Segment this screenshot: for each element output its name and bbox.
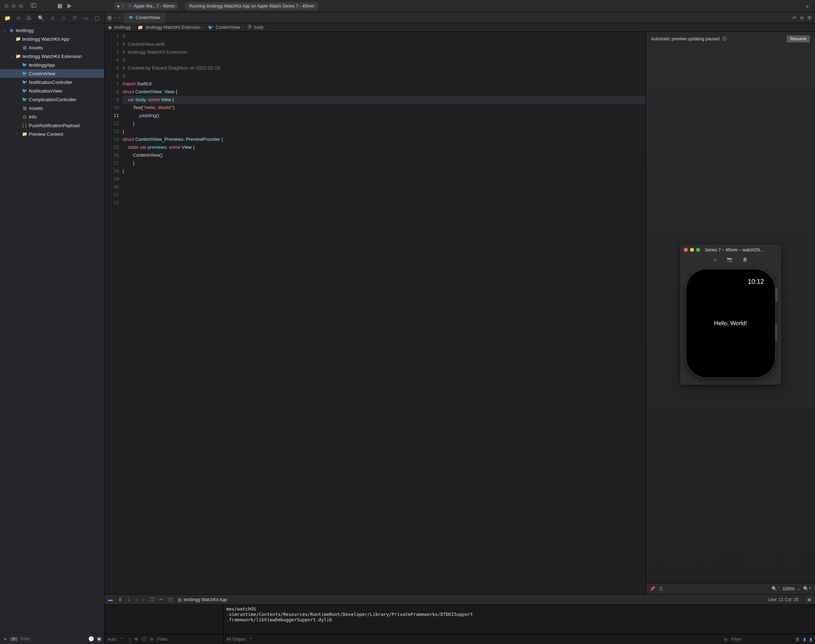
sim-close-icon[interactable] [684,248,688,252]
zoom-window-icon[interactable] [19,4,23,8]
breadcrumb-item[interactable]: ContentView [216,25,240,30]
zoom-level[interactable]: 100% [783,586,795,592]
debug-bar: ▬ ⏸ ⤵ ↓ ↑ ❒ ✂ ◫ ▦ testtingg WatchKit App… [104,594,815,604]
code-review-icon[interactable]: ⇄ [792,15,796,20]
tree-row-contentview[interactable]: 🐦ContentView [0,69,104,78]
run-controls [58,4,72,9]
breadcrumb-item[interactable]: testtingg WatchKit Extension [146,25,200,30]
step-over-icon[interactable]: ⤵ [127,597,130,602]
tab-bar: ▦ ‹ › 🐦 ContentView ⇄ ≣ ⊞ [104,12,815,23]
sim-zoom-icon[interactable] [696,248,700,252]
debug-navigator-tab[interactable]: ⏱ [71,14,78,21]
tree-row-complicationcontroller[interactable]: 🐦ComplicationController [0,95,104,104]
tree-row-pushnotificationpayload[interactable]: { }PushNotificationPayload [0,121,104,130]
source-editor[interactable]: 12345678910111213141516171819202122 ////… [104,32,646,594]
breadcrumb[interactable]: ◉testtingg〉📁testtingg WatchKit Extension… [104,23,815,32]
preview-settings-icon[interactable]: ☰ [659,586,663,592]
breakpoint-navigator-tab[interactable]: ▭ [82,14,90,21]
watch-content-text: Hello, World! [686,270,775,377]
nav-forward-icon[interactable]: › [119,15,120,20]
info-icon[interactable]: ⓘ [142,636,146,642]
preview-banner: Automatic preview updating paused ⓘ Resu… [646,32,815,46]
console-filter-input[interactable] [731,636,792,642]
add-editor-button[interactable]: ＋ [804,2,811,11]
info-icon[interactable]: ⓘ [722,36,727,42]
variables-view[interactable]: Auto⌃ | 👁 ⓘ ⊜ [104,605,223,644]
output-mode[interactable]: All Output [226,637,246,642]
variables-filter-input[interactable] [157,636,220,642]
find-navigator-tab[interactable]: 🔍 [36,14,45,21]
screenshot-icon[interactable]: 📷 [727,257,732,262]
titlebar: ⎇ testtingg main ●〉⌚︎ Apple Wa…7 - 45mm … [0,0,815,12]
debug-target[interactable]: ▦ testtingg WatchKit App [178,597,227,602]
adjust-editor-icon[interactable]: ≣ [800,15,804,20]
preview-canvas[interactable]: Series 7 – 45mm – watchOS… ⌂ 📷 🗑 10:12 H… [646,46,815,583]
watch-crown [775,287,778,302]
nav-back-icon[interactable]: ‹ [115,15,116,20]
pause-icon[interactable]: ⏸ [118,597,123,602]
simulator-title: Series 7 – 45mm – watchOS… [705,247,764,253]
memory-graph-icon[interactable]: ✂ [159,597,163,602]
trash-icon[interactable]: 🗑 [743,257,747,262]
test-navigator-tab[interactable]: ◇ [60,14,67,21]
navigator-filter-input[interactable] [20,636,85,641]
stop-button[interactable] [58,4,62,8]
related-items-icon[interactable]: ▦ [107,15,112,20]
tree-row-testtingg-watchkit-extension[interactable]: ⌄📁testtingg WatchKit Extension [0,52,104,60]
tree-row-testtingg-watchkit-app[interactable]: ⌄📁testtingg WatchKit App [0,35,104,43]
tree-row-preview-content[interactable]: ›📁Preview Content [0,130,104,138]
tree-row-testtingg[interactable]: ⌄◉testtingg [0,26,104,35]
filter-scope-button[interactable]: (⊞) [11,636,18,641]
minimap-icon[interactable]: ▣ [807,597,811,602]
close-window-icon[interactable] [4,4,9,8]
sim-minimize-icon[interactable] [690,248,694,252]
tab-label: ContentView [136,15,160,20]
variables-mode[interactable]: Auto [107,637,117,642]
toggle-sidebar-icon[interactable] [28,2,40,10]
source-control-navigator-tab[interactable]: ⎚ [15,14,21,21]
resume-button[interactable]: Resume [787,35,810,43]
toggle-console-pane-icon[interactable]: ▮ [810,637,812,642]
symbol-navigator-tab[interactable]: 品 [25,14,33,22]
zoom-out-icon[interactable]: 🔍⁻ [771,586,780,592]
breadcrumb-item[interactable]: body [254,25,264,30]
zoom-in-icon[interactable]: 🔍⁺ [803,586,811,592]
code-content[interactable]: //// ContentView.swift// testtingg Watch… [123,32,646,594]
project-navigator-tab[interactable]: 📁 [3,14,12,21]
file-tree[interactable]: ⌄◉testtingg⌄📁testtingg WatchKit App▦Asse… [0,24,104,633]
step-into-icon[interactable]: ↓ [135,597,138,602]
home-icon[interactable]: ⌂ [714,257,717,262]
watch-side-button [775,324,777,342]
step-out-icon[interactable]: ↑ [143,597,145,602]
tree-row-notificationview[interactable]: 🐦NotificationView [0,86,104,95]
preview-banner-text: Automatic preview updating paused [651,36,720,41]
tree-row-assets[interactable]: ▦Assets [0,104,104,112]
console-text[interactable]: mes/watchOS .simruntime/Contents/Resourc… [223,605,815,634]
toggle-variables-pane-icon[interactable]: ▮ [803,637,806,642]
issue-navigator-tab[interactable]: ⚠ [49,14,57,21]
scheme-selector[interactable]: ●〉⌚︎ Apple Wa…7 - 45mm [114,2,178,10]
swift-icon: 🐦 [129,15,134,20]
toggle-debug-area-icon[interactable]: ▬ [108,597,113,602]
tree-row-info[interactable]: ▤Info [0,112,104,121]
tree-row-notificationcontroller[interactable]: 🐦NotificationController [0,78,104,86]
cursor-position: Line: 11 Col: 25 [768,597,798,602]
tree-row-assets[interactable]: ▦Assets [0,43,104,52]
console-output: mes/watchOS .simruntime/Contents/Resourc… [223,605,815,644]
navigator-footer: ＋ (⊞) 🕓 ▣ [0,633,104,644]
tree-row-testtinggapp[interactable]: 🐦testtinggApp [0,60,104,69]
view-debug-icon[interactable]: ❒ [150,597,154,602]
breadcrumb-item[interactable]: testtingg [114,25,130,30]
report-navigator-tab[interactable]: ▢ [93,14,101,21]
quicklook-icon[interactable]: 👁 [134,637,138,642]
pin-preview-icon[interactable]: 📌 [649,586,655,592]
minimize-window-icon[interactable] [12,4,16,8]
environment-override-icon[interactable]: ◫ [168,597,173,602]
run-button[interactable] [68,4,72,9]
tab-contentview[interactable]: 🐦 ContentView [124,12,166,23]
add-editor-right-icon[interactable]: ⊞ [807,15,811,20]
scm-filter-icon[interactable]: ▣ [97,636,101,641]
clear-console-icon[interactable]: 🗑 [795,637,800,642]
add-file-button[interactable]: ＋ [3,636,8,642]
recent-files-icon[interactable]: 🕓 [88,636,94,641]
